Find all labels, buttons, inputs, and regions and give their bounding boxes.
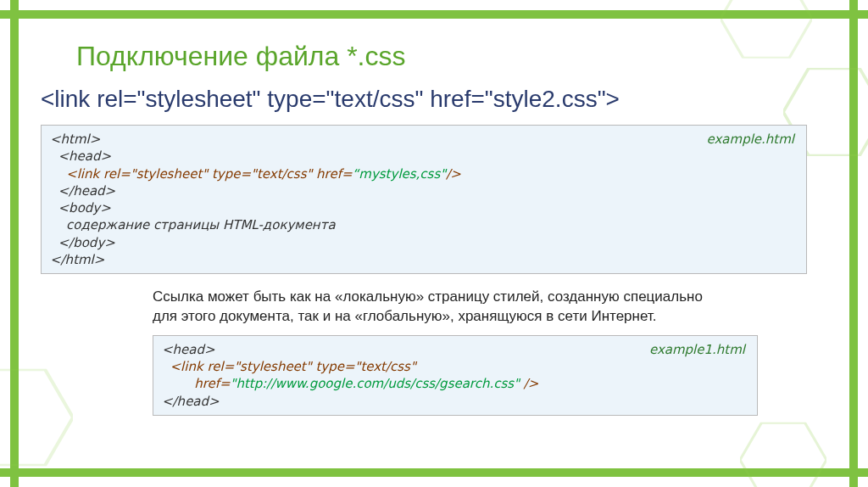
- code-line: </body>: [50, 234, 798, 251]
- slide-title: Подключение файла *.css: [76, 41, 817, 72]
- code-example-1: example.html <html> <head> <link rel="st…: [41, 125, 807, 274]
- code-line: <link rel="stylesheet" type="text/css" h…: [50, 165, 798, 182]
- code-line: <html>: [50, 131, 798, 148]
- code-line: href="http://www.google.com/uds/css/gsea…: [162, 375, 748, 392]
- frame-decoration: [0, 465, 868, 477]
- code-text: />: [520, 376, 538, 391]
- code-line: </html>: [50, 251, 798, 268]
- paragraph-text: Ссылка может быть как на «локальную» стр…: [153, 288, 712, 327]
- code-text: href=: [162, 376, 231, 391]
- code-line: содержание страницы HTML-документа: [50, 216, 798, 233]
- slide: Подключение файла *.css <link rel="style…: [0, 0, 868, 487]
- code-text: "http://www.google.com/uds/css/gsearch.c…: [231, 376, 520, 391]
- code-line: <head>: [50, 148, 798, 165]
- code-text: />: [446, 166, 461, 182]
- code-line: <body>: [50, 199, 798, 216]
- slide-content: Подключение файла *.css <link rel="style…: [51, 34, 817, 453]
- code-example-2: example1.html <head> <link rel="styleshe…: [153, 335, 758, 416]
- code-filename: example1.html: [649, 341, 745, 358]
- code-text: “mystyles,css": [353, 166, 447, 182]
- code-line: <link rel="stylesheet" type="text/css": [162, 358, 748, 375]
- code-line: </head>: [162, 393, 748, 410]
- code-filename: example.html: [707, 131, 795, 148]
- code-line: </head>: [50, 182, 798, 199]
- slide-subtitle: <link rel="stylesheet" type="text/css" h…: [41, 86, 817, 113]
- code-text: <link rel="stylesheet" type="text/css" h…: [50, 166, 353, 182]
